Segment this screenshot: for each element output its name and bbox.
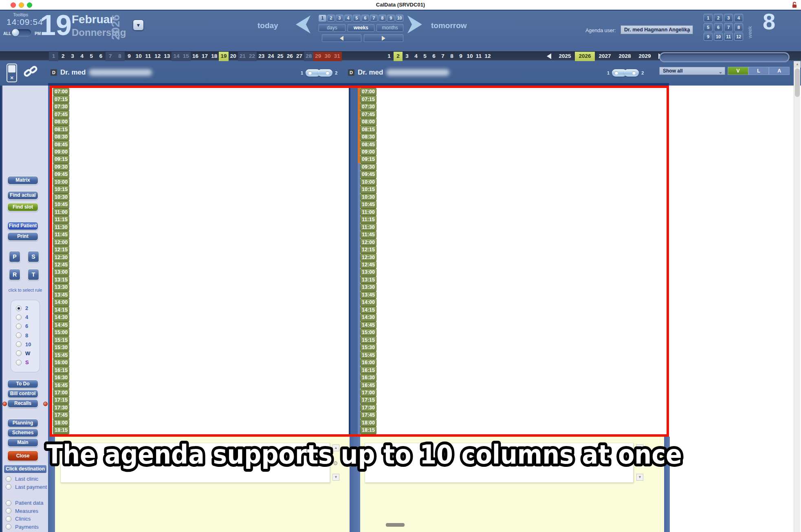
month-grid-button[interactable]: 9	[704, 33, 713, 41]
time-slot[interactable]: 17:30	[360, 404, 376, 411]
time-slot[interactable]: 10:45	[53, 201, 69, 208]
date-cell[interactable]: 11	[474, 52, 483, 61]
tomorrow-link[interactable]: tomorrow	[431, 21, 467, 30]
column-count-button[interactable]: 3	[336, 15, 343, 22]
date-cell[interactable]: 2	[58, 52, 68, 61]
scroll-up-button[interactable]: ▲	[636, 444, 643, 451]
rule-option[interactable]: S	[16, 358, 40, 366]
time-slot[interactable]: 17:15	[53, 396, 69, 404]
month-grid-button[interactable]: 7	[724, 23, 733, 31]
time-slot[interactable]: 10:00	[360, 178, 376, 186]
time-slot[interactable]: 13:15	[53, 276, 69, 284]
scrollbar-thumb[interactable]	[795, 68, 800, 97]
column-count-button[interactable]: 5	[353, 15, 361, 22]
vertical-scrollbar[interactable]: ▲	[794, 61, 800, 532]
close-button[interactable]: Close	[7, 451, 38, 461]
view-mode-button[interactable]: days	[319, 24, 345, 32]
time-slot[interactable]: 07:30	[53, 103, 69, 110]
time-slot[interactable]: 14:15	[360, 306, 376, 314]
t-button[interactable]: T	[28, 269, 39, 280]
agenda-user-select[interactable]: Dr. med Hagmann Angelika ⌄	[621, 25, 693, 34]
month-grid-button[interactable]: 11	[724, 33, 733, 41]
all-pm-toggle[interactable]	[11, 29, 31, 36]
column-count-button[interactable]: 7	[370, 15, 378, 22]
destination-radio[interactable]: Payments	[6, 523, 43, 531]
time-slot[interactable]: 14:30	[53, 314, 69, 321]
time-slot[interactable]: 11:00	[53, 209, 69, 216]
time-slot[interactable]: 17:30	[53, 404, 69, 411]
date-cell[interactable]: 12	[153, 52, 162, 61]
time-slot[interactable]: 08:45	[360, 141, 376, 148]
sidebar-button[interactable]: Schemes	[7, 429, 38, 437]
drag-handle[interactable]	[386, 523, 405, 527]
note-box-1[interactable]	[60, 443, 330, 483]
time-slot[interactable]: 09:15	[360, 156, 376, 163]
destination-radio[interactable]: Last payment	[6, 483, 47, 491]
time-slot[interactable]: 18:00	[360, 419, 376, 426]
view-mode-button[interactable]: months	[376, 24, 403, 32]
date-cell[interactable]: 2	[394, 52, 403, 61]
date-cell[interactable]: 2028	[615, 52, 635, 61]
time-slot[interactable]: 07:45	[360, 110, 376, 118]
date-cell[interactable]: 3	[403, 52, 412, 61]
time-slot[interactable]: 14:00	[53, 299, 69, 306]
time-slot[interactable]: 16:00	[53, 359, 69, 366]
date-cell[interactable]: 23	[257, 52, 266, 61]
time-slot[interactable]: 10:15	[360, 186, 376, 193]
time-slot[interactable]: 16:00	[360, 359, 376, 366]
time-slot[interactable]: 12:15	[53, 246, 69, 253]
time-slot[interactable]: 15:45	[53, 351, 69, 358]
date-cell[interactable]: 7	[106, 52, 115, 61]
time-slot[interactable]: 15:30	[360, 344, 376, 351]
column-2-slots-area[interactable]	[377, 88, 667, 434]
month-grid-button[interactable]: 4	[734, 14, 743, 22]
time-slot[interactable]: 18:15	[53, 426, 69, 434]
sidebar-button[interactable]: Find Patient	[7, 222, 38, 230]
date-cell[interactable]: 11	[143, 52, 153, 61]
time-slot[interactable]: 08:30	[53, 133, 69, 141]
sidebar-button[interactable]: To Do	[7, 380, 38, 388]
sidebar-button[interactable]: Find actual	[7, 191, 38, 200]
note-box-2[interactable]	[365, 443, 634, 483]
time-slot[interactable]: 15:15	[53, 336, 69, 343]
time-slot[interactable]: 07:00	[53, 88, 69, 95]
date-cell[interactable]: 31	[332, 52, 342, 61]
time-slot[interactable]: 08:00	[360, 118, 376, 125]
date-cell[interactable]: 13	[162, 52, 172, 61]
time-slot[interactable]: 12:45	[53, 261, 69, 268]
view-a-button[interactable]: A	[769, 67, 789, 75]
time-slot[interactable]: 07:30	[360, 103, 376, 110]
date-cell[interactable]: 21	[238, 52, 247, 61]
time-slot[interactable]: 07:45	[53, 110, 69, 118]
step-back-button[interactable]	[322, 34, 361, 42]
time-slot[interactable]: 15:45	[360, 351, 376, 358]
column-count-button[interactable]: 9	[387, 15, 395, 22]
date-cell[interactable]: 20	[229, 52, 238, 61]
gear-icon[interactable]: ⚙	[637, 460, 642, 466]
destination-radio[interactable]: Measures	[6, 507, 43, 515]
time-slot[interactable]: 09:00	[53, 148, 69, 156]
today-link[interactable]: today	[257, 21, 278, 30]
time-slot[interactable]: 14:45	[360, 321, 376, 329]
date-cell[interactable]: 24	[266, 52, 275, 61]
time-slot[interactable]: 09:00	[360, 148, 376, 156]
time-slot[interactable]: 09:45	[53, 171, 69, 178]
date-cell[interactable]: 9	[125, 52, 134, 61]
time-slot[interactable]: 10:00	[53, 178, 69, 186]
time-slot[interactable]: 08:00	[53, 118, 69, 125]
rule-option[interactable]: 8	[16, 332, 40, 339]
column-count-button[interactable]: 8	[378, 15, 386, 22]
next-day-chevron[interactable]	[407, 15, 426, 33]
sidebar-button[interactable]: Planning	[7, 419, 38, 427]
time-slot[interactable]: 11:15	[360, 216, 376, 223]
time-slot[interactable]: 17:00	[360, 389, 376, 396]
time-slot[interactable]: 11:00	[360, 209, 376, 216]
time-slot[interactable]: 13:30	[360, 284, 376, 291]
rule-option[interactable]: 4	[16, 313, 40, 321]
time-slot[interactable]: 13:30	[53, 284, 69, 291]
date-cell[interactable]: 22	[247, 52, 257, 61]
time-slot[interactable]: 08:15	[360, 125, 376, 133]
time-slot[interactable]: 09:45	[360, 171, 376, 178]
date-cell[interactable]: 1	[385, 52, 394, 61]
date-cell[interactable]: 6	[96, 52, 106, 61]
